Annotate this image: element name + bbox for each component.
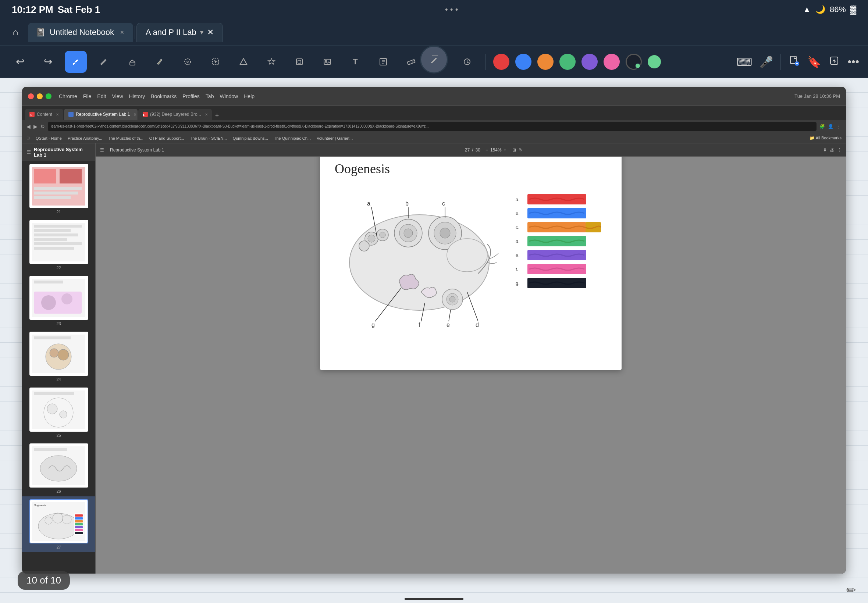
apps-icon[interactable]: ⊞ — [26, 136, 30, 141]
center-pen-button[interactable] — [420, 46, 448, 74]
bm-quinnipiac[interactable]: Quinnipiac downs... — [233, 136, 268, 141]
browser-tab-video[interactable]: ▶ (932) Deep Layered Bro... ✕ — [138, 109, 212, 120]
repro-tab-close[interactable]: ✕ — [133, 113, 136, 116]
select-tool[interactable] — [204, 51, 227, 73]
star-tool[interactable] — [260, 51, 282, 73]
bm-muscles[interactable]: The Muscles of th... — [108, 136, 144, 141]
content-tab-close[interactable]: ✕ — [56, 113, 59, 116]
color-green[interactable] — [559, 54, 576, 70]
color-pink[interactable] — [603, 54, 620, 70]
forward-button[interactable]: ▶ — [34, 124, 37, 130]
battery-label: 86% — [830, 5, 846, 14]
keyboard-button[interactable]: ⌨ — [736, 56, 752, 68]
undo-button[interactable]: ↩ — [9, 51, 31, 73]
back-button[interactable]: ◀ — [26, 124, 31, 130]
lasso-tool[interactable] — [176, 51, 199, 73]
thumbnail-24[interactable]: 24 — [22, 329, 95, 385]
color-blue[interactable] — [515, 54, 531, 70]
image-tool[interactable] — [316, 51, 338, 73]
pdf-menu-icon[interactable]: ☰ — [26, 149, 31, 155]
menu-bookmarks[interactable]: Bookmarks — [151, 93, 176, 99]
minimize-window-button[interactable] — [37, 93, 43, 99]
new-tab-button[interactable]: + — [213, 111, 221, 120]
pencil-tool[interactable] — [93, 51, 115, 73]
pdf-download[interactable]: ⬇ — [823, 147, 827, 153]
menu-window[interactable]: Window — [220, 93, 238, 99]
menu-tab[interactable]: Tab — [206, 93, 214, 99]
redo-button[interactable]: ↪ — [37, 51, 59, 73]
video-tab-close[interactable]: ✕ — [205, 113, 208, 116]
menu-help[interactable]: Help — [244, 93, 255, 99]
pdf-rotate[interactable]: ↻ — [519, 147, 523, 153]
pdf-title-bar: ☰ Reproductive System Lab 1 — [22, 144, 95, 161]
svg-point-41 — [47, 404, 57, 414]
address-bar[interactable]: learn-us-east-1-prod-fleet02-xythos.cont… — [48, 122, 817, 131]
text-tool[interactable]: T — [344, 51, 366, 73]
bm-qstart[interactable]: QStart - Home — [36, 136, 62, 141]
menu-history[interactable]: History — [129, 93, 145, 99]
tab2-dropdown[interactable]: ▾ — [200, 28, 203, 36]
tab1-close[interactable]: ✕ — [118, 29, 126, 36]
menu-edit[interactable]: Edit — [97, 93, 106, 99]
ruler-tool[interactable] — [400, 51, 422, 73]
svg-rect-39 — [32, 391, 85, 429]
color-red[interactable] — [493, 54, 509, 70]
home-button[interactable]: ⌂ — [6, 23, 25, 42]
tab2-close[interactable]: ✕ — [207, 28, 214, 37]
browser-more[interactable]: ⋮ — [836, 124, 842, 130]
pdf-view-toggle[interactable]: ⊞ — [512, 147, 516, 153]
pdf-zoom-in[interactable]: + — [504, 147, 506, 153]
highlighter-tool[interactable] — [149, 51, 171, 73]
add-document-button[interactable] — [788, 55, 800, 69]
frame-tool[interactable] — [288, 51, 310, 73]
svg-rect-5 — [296, 59, 302, 65]
more-options-button[interactable]: ••• — [847, 56, 859, 68]
thumbnail-22[interactable]: 22 — [22, 217, 95, 273]
browser-tab-content[interactable]: C Content ✕ — [25, 109, 63, 120]
eraser-tool[interactable] — [121, 51, 143, 73]
bm-quinnipiac2[interactable]: The Quinnipiac Ch... — [274, 136, 311, 141]
color-lime-accent[interactable] — [648, 55, 661, 68]
thumbnail-26[interactable]: 26 — [22, 441, 95, 496]
pdf-options[interactable]: ⋮ — [837, 147, 842, 153]
history-tool[interactable] — [456, 51, 478, 73]
thumbnail-23[interactable]: 23 — [22, 273, 95, 329]
color-purple[interactable] — [582, 54, 598, 70]
export-button[interactable] — [828, 55, 840, 69]
color-orange[interactable] — [537, 54, 554, 70]
bookmark-button[interactable]: 🔖 — [807, 56, 821, 68]
pdf-hamburger[interactable]: ☰ — [100, 147, 104, 153]
profile-icon[interactable]: 👤 — [828, 124, 834, 129]
color-black[interactable] — [626, 54, 642, 70]
thumbnail-25[interactable]: 25 — [22, 385, 95, 441]
menu-profiles[interactable]: Profiles — [183, 93, 200, 99]
close-window-button[interactable] — [28, 93, 34, 99]
svg-rect-92 — [528, 194, 586, 204]
bm-brain[interactable]: The Brain - SCIEN... — [190, 136, 227, 141]
svg-text:a: a — [367, 200, 370, 207]
bm-volunteer[interactable]: Volunteer | Garnet... — [317, 136, 353, 141]
thumbnail-21[interactable]: 21 — [22, 161, 95, 217]
svg-point-3 — [187, 61, 188, 62]
pen-tool[interactable] — [65, 51, 87, 73]
bm-all[interactable]: 📁 All Bookmarks — [809, 136, 842, 141]
menu-view[interactable]: View — [112, 93, 123, 99]
extensions-icon[interactable]: 🧩 — [820, 124, 825, 129]
bm-otp[interactable]: OTP and Support... — [149, 136, 184, 141]
tab-untitled-notebook[interactable]: 📓 Untitled Notebook ✕ — [28, 23, 133, 42]
browser-tab-repro[interactable]: Reproductive System Lab 1 ✕ — [64, 109, 138, 120]
reload-button[interactable]: ↻ — [40, 124, 45, 130]
ocr-tool[interactable] — [372, 51, 394, 73]
tab-a-and-p-lab[interactable]: A and P II Lab ▾ ✕ — [136, 23, 223, 42]
fullscreen-window-button[interactable] — [46, 93, 51, 99]
pdf-print[interactable]: 🖨 — [830, 147, 834, 153]
menu-chrome[interactable]: Chrome — [59, 93, 77, 99]
address-text: learn-us-east-1-prod-fleet02-xythos.cont… — [51, 124, 429, 128]
menu-file[interactable]: File — [83, 93, 91, 99]
bm-practice[interactable]: Practice Anatomy... — [68, 136, 102, 141]
thumbnail-27[interactable]: Oogenesis 27 — [22, 496, 95, 552]
shape-tool[interactable] — [232, 51, 255, 73]
pdf-zoom-out[interactable]: − — [486, 147, 488, 153]
svg-rect-54 — [75, 517, 83, 520]
microphone-button[interactable]: 🎤 — [760, 56, 773, 68]
